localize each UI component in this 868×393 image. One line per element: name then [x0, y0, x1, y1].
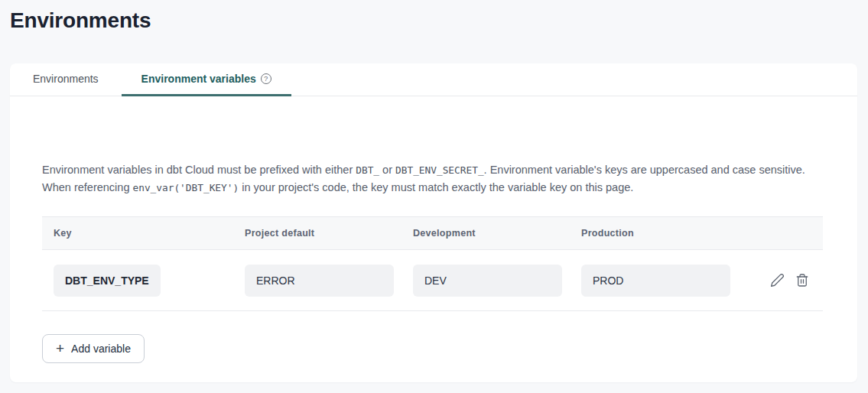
- pencil-icon: [770, 273, 785, 287]
- tab-bar: Environments Environment variables ?: [10, 63, 857, 96]
- code-env-var: env_var('DBT_KEY'): [132, 182, 239, 193]
- project-default-value: ERROR: [245, 265, 394, 297]
- delete-variable-button[interactable]: [795, 273, 809, 287]
- description-line-1: Environment variables in dbt Cloud must …: [42, 161, 823, 179]
- plus-icon: +: [56, 341, 64, 356]
- variable-key-pill: DBT_ENV_TYPE: [54, 265, 161, 297]
- trash-icon: [795, 273, 809, 287]
- column-header-project-default: Project default: [245, 228, 413, 239]
- row-actions: [749, 273, 823, 287]
- page-title: Environments: [0, 0, 868, 34]
- table-header-row: Key Project default Development Producti…: [42, 216, 823, 250]
- development-value: DEV: [413, 265, 562, 297]
- variables-table: Key Project default Development Producti…: [42, 216, 823, 311]
- code-dbt-env-secret-prefix: DBT_ENV_SECRET_: [395, 164, 484, 176]
- add-variable-button[interactable]: + Add variable: [42, 334, 145, 363]
- tab-environment-variables-label: Environment variables: [141, 73, 256, 85]
- tab-environments[interactable]: Environments: [10, 63, 122, 96]
- tab-content: Environment variables in dbt Cloud must …: [10, 96, 857, 363]
- description-line-2: When referencing env_var('DBT_KEY') in y…: [42, 179, 823, 196]
- edit-variable-button[interactable]: [770, 273, 785, 287]
- production-value: PROD: [581, 265, 730, 297]
- add-variable-label: Add variable: [71, 343, 131, 355]
- column-header-production: Production: [581, 228, 749, 239]
- column-header-development: Development: [413, 228, 581, 239]
- table-row: DBT_ENV_TYPE ERROR DEV PROD: [42, 250, 823, 311]
- tab-environment-variables[interactable]: Environment variables ?: [122, 63, 291, 96]
- description-text: Environment variables in dbt Cloud must …: [42, 161, 823, 196]
- help-icon[interactable]: ?: [261, 73, 271, 84]
- column-header-key: Key: [42, 228, 245, 239]
- environment-variables-card: Environments Environment variables ? Env…: [10, 63, 857, 382]
- tab-environments-label: Environments: [33, 73, 99, 85]
- code-dbt-prefix: DBT_: [356, 164, 379, 176]
